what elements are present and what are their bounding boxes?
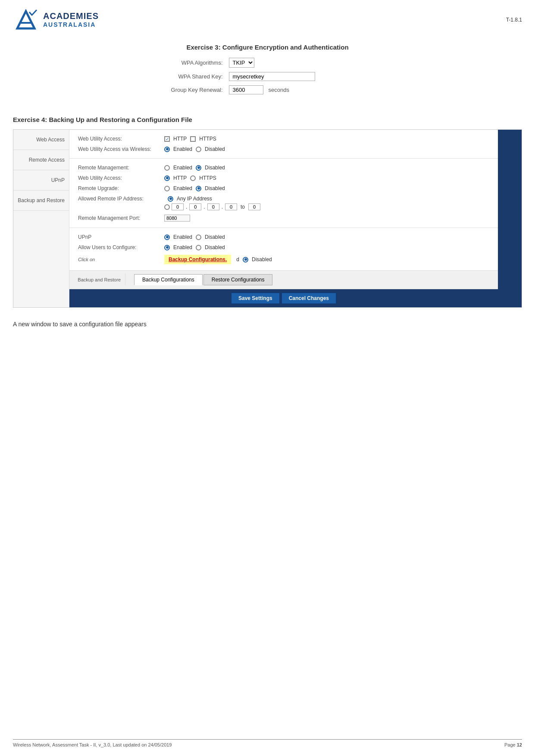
logo-area: ACADEMIES AUSTRALASIA — [13, 8, 99, 31]
remote-http-label: HTTP — [173, 175, 187, 181]
allow-users-disabled-radio[interactable] — [196, 245, 201, 250]
ip-field-1[interactable] — [172, 203, 184, 210]
remote-management-label: Remote Management: — [78, 165, 164, 171]
backup-config-controls: Backup Configurations. d Disabled — [164, 255, 272, 264]
remote-https-radio[interactable] — [190, 175, 196, 181]
backup-restore-buttons: Backup Configurations Restore Configurat… — [125, 271, 281, 289]
wpa-algorithms-select[interactable]: TKIP — [229, 58, 254, 68]
allow-users-row: Allow Users to Configure: Enabled Disabl… — [78, 244, 489, 250]
router-panel: Web Access Remote Access UPnP Backup and… — [13, 129, 522, 308]
backup-configurations-tab[interactable]: Backup Configurations — [134, 274, 203, 285]
upnp-controls: Enabled Disabled — [164, 234, 225, 240]
sidebar-item-upnp[interactable]: UPnP — [13, 170, 69, 191]
remote-upgrade-disabled-label: Disabled — [205, 185, 225, 191]
backup-configurations-button[interactable]: Backup Configurations. — [164, 255, 231, 264]
http-label: HTTP — [173, 136, 187, 142]
backup-disabled-radio[interactable] — [243, 257, 248, 262]
router-footer-buttons: Save Settings Cancel Changes — [69, 289, 498, 307]
cancel-changes-button[interactable]: Cancel Changes — [282, 293, 336, 304]
remote-management-controls: Enabled Disabled — [164, 165, 225, 171]
to-label: to — [241, 204, 245, 210]
remote-https-label: HTTPS — [199, 175, 216, 181]
upnp-label: UPnP — [78, 234, 164, 240]
allowed-remote-ip-label: Allowed Remote IP Address: — [78, 196, 164, 202]
sidebar-item-backup-restore[interactable]: Backup and Restore — [13, 191, 69, 211]
backup-suffix: d — [236, 256, 239, 262]
remote-http-radio[interactable] — [164, 175, 170, 181]
backup-restore-label: Backup and Restore — [69, 274, 125, 286]
remote-mgmt-enabled-radio[interactable] — [164, 165, 170, 171]
upnp-row: UPnP Enabled Disabled — [78, 234, 489, 240]
remote-mgmt-port-input[interactable] — [164, 215, 190, 222]
right-blue-sidebar — [498, 130, 522, 307]
remote-mgmt-disabled-label: Disabled — [205, 165, 225, 171]
restore-configurations-tab[interactable]: Restore Configurations — [203, 274, 273, 285]
note-text: A new window to save a configuration fil… — [13, 321, 522, 328]
wireless-enabled-radio[interactable] — [164, 147, 170, 152]
wpa-shared-key-label: WPA Shared Key: — [160, 73, 229, 80]
allow-users-controls: Enabled Disabled — [164, 244, 225, 250]
any-ip-radio[interactable] — [168, 196, 173, 202]
allow-users-label: Allow Users to Configure: — [78, 244, 164, 250]
group-key-input[interactable] — [229, 85, 263, 94]
upnp-enabled-radio[interactable] — [164, 234, 170, 240]
header: ACADEMIES AUSTRALASIA T-1.8.1 — [0, 0, 535, 36]
backup-disabled-label: Disabled — [252, 256, 272, 262]
footer-right: Page 12 — [504, 742, 522, 747]
remote-mgmt-enabled-label: Enabled — [173, 165, 192, 171]
remote-upgrade-enabled-radio[interactable] — [164, 186, 170, 191]
ip-field-2[interactable] — [189, 203, 201, 210]
click-on-text: Click on — [78, 257, 95, 262]
wireless-disabled-label: Disabled — [205, 146, 225, 152]
remote-mgmt-disabled-radio[interactable] — [196, 165, 201, 171]
remote-upgrade-disabled-radio[interactable] — [196, 186, 201, 191]
page-label: Page — [504, 742, 516, 747]
page-number: 12 — [517, 742, 522, 747]
remote-mgmt-port-row: Remote Management Port: — [78, 215, 489, 222]
web-utility-access-row: Web Utility Access: HTTP HTTPS — [78, 136, 489, 142]
seconds-label: seconds — [269, 87, 289, 93]
logo-academies: ACADEMIES — [43, 11, 99, 21]
upnp-disabled-radio[interactable] — [196, 234, 201, 240]
backup-restore-row: Backup and Restore Backup Configurations… — [69, 271, 498, 289]
ip-field-5[interactable] — [248, 203, 260, 210]
wpa-shared-key-control — [229, 72, 315, 81]
web-utility-wireless-row: Web Utility Access via Wireless: Enabled… — [78, 146, 489, 152]
group-key-row: Group Key Renewal: seconds — [160, 85, 375, 94]
custom-ip-radio[interactable] — [164, 204, 170, 210]
exercise3-heading: Exercise 3: Configure Encryption and Aut… — [0, 44, 535, 51]
wpa-algorithms-label: WPA Algorithms: — [160, 59, 229, 66]
logo-icon — [13, 8, 39, 31]
sidebar-item-remote-access[interactable]: Remote Access — [13, 150, 69, 170]
remote-web-utility-row: Web Utility Access: HTTP HTTPS — [78, 175, 489, 181]
remote-upgrade-controls: Enabled Disabled — [164, 185, 225, 191]
web-access-section: Web Utility Access: HTTP HTTPS Web Utili… — [69, 130, 498, 159]
backup-config-label: Click on — [78, 256, 164, 262]
remote-upgrade-label: Remote Upgrade: — [78, 185, 164, 191]
ip-field-4[interactable] — [225, 203, 237, 210]
router-content-wrapper: Web Access Remote Access UPnP Backup and… — [13, 130, 522, 307]
remote-mgmt-port-label: Remote Management Port: — [78, 215, 164, 221]
version-badge: T-1.8.1 — [506, 17, 522, 23]
wireless-disabled-radio[interactable] — [196, 147, 201, 152]
wireless-enabled-label: Enabled — [173, 146, 192, 152]
http-checkbox[interactable] — [164, 136, 170, 142]
wpa-algorithms-control: TKIP — [229, 58, 254, 68]
svg-marker-0 — [17, 11, 34, 28]
sidebar-item-web-access[interactable]: Web Access — [13, 130, 69, 150]
upnp-section: UPnP Enabled Disabled Allow Users to Con… — [69, 228, 498, 271]
allowed-remote-ip-row: Allowed Remote IP Address: Any IP Addres… — [78, 196, 489, 210]
wpa-shared-key-input[interactable] — [229, 72, 315, 81]
https-label: HTTPS — [199, 136, 216, 142]
router-sidebar: Web Access Remote Access UPnP Backup and… — [13, 130, 69, 307]
upnp-enabled-label: Enabled — [173, 234, 192, 240]
save-settings-button[interactable]: Save Settings — [231, 293, 280, 304]
allow-users-enabled-radio[interactable] — [164, 245, 170, 250]
logo-australasia: AUSTRALASIA — [43, 21, 99, 28]
ip-field-3[interactable] — [207, 203, 219, 210]
router-content: Web Utility Access: HTTP HTTPS Web Utili… — [69, 130, 498, 307]
https-checkbox[interactable] — [190, 136, 196, 142]
backup-config-row: Click on Backup Configurations. d Disabl… — [78, 255, 489, 264]
any-ip-controls: Any IP Address — [168, 196, 212, 202]
remote-mgmt-port-controls — [164, 215, 190, 222]
